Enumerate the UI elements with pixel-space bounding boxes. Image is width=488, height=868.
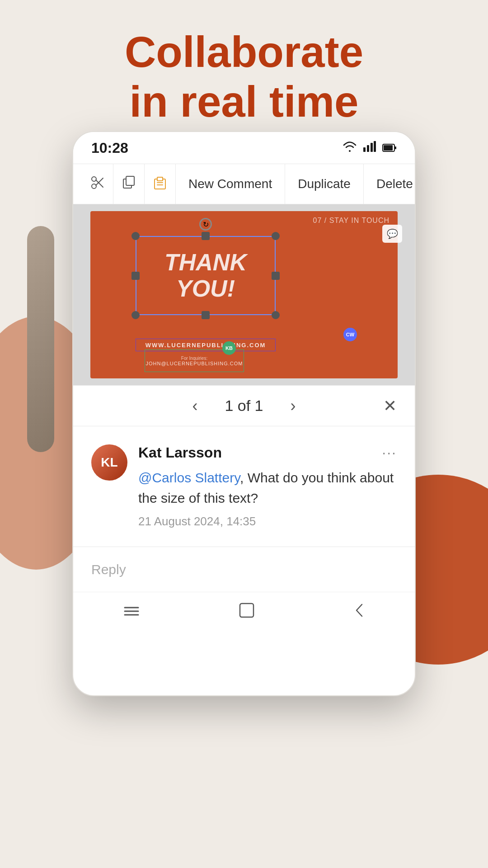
comment-date: 21 August 2024, 14:35 bbox=[138, 514, 397, 528]
handle-mid-right[interactable] bbox=[272, 272, 280, 280]
svg-rect-0 bbox=[363, 147, 366, 152]
canvas-area: 07 / STAY IN TOUCH THANKYOU! ↻ bbox=[73, 204, 415, 385]
comments-panel: KL Kat Larsson ··· @Carlos Slattery, Wha… bbox=[73, 426, 415, 547]
badge-kb: KB bbox=[222, 341, 236, 355]
svg-point-7 bbox=[92, 177, 96, 181]
inquiry-email: JOHN@LUCERNEPUBLISHING.COM bbox=[145, 361, 243, 366]
wifi-icon bbox=[343, 141, 357, 155]
handle-bottom-center[interactable] bbox=[202, 311, 210, 319]
comment-bubble[interactable]: 💬 bbox=[382, 225, 402, 243]
delete-button[interactable]: Delete bbox=[364, 164, 416, 204]
toolbar: New Comment Duplicate Delete bbox=[73, 164, 415, 204]
selected-element[interactable]: THANKYOU! ↻ bbox=[136, 236, 276, 315]
nav-menu-button[interactable] bbox=[115, 596, 148, 629]
comment-body: Kat Larsson ··· @Carlos Slattery, What d… bbox=[138, 444, 397, 528]
close-button[interactable]: ✕ bbox=[383, 396, 397, 415]
comment-item: KL Kat Larsson ··· @Carlos Slattery, Wha… bbox=[91, 444, 397, 528]
comment-menu-button[interactable]: ··· bbox=[382, 444, 397, 461]
reply-input[interactable]: Reply bbox=[91, 562, 397, 577]
phone-mockup: 10:28 bbox=[72, 131, 416, 696]
pagination-bar: ‹ 1 of 1 › ✕ bbox=[73, 385, 415, 426]
url-text: WWW.LUCERNEPUBLISHING.COM bbox=[145, 342, 266, 349]
status-time: 10:28 bbox=[91, 140, 128, 156]
copy-button[interactable] bbox=[113, 164, 145, 204]
svg-line-9 bbox=[96, 180, 103, 187]
svg-rect-2 bbox=[371, 143, 373, 152]
bg-lamp bbox=[27, 226, 54, 452]
status-icons bbox=[343, 141, 397, 155]
next-page-button[interactable]: › bbox=[286, 392, 300, 420]
badge-cw: CW bbox=[343, 328, 357, 341]
svg-rect-12 bbox=[126, 176, 134, 185]
thank-you-text: THANKYOU! bbox=[136, 236, 276, 315]
handle-mid-left[interactable] bbox=[131, 272, 140, 280]
comment-text: @Carlos Slattery, What do you think abou… bbox=[138, 467, 397, 508]
rotate-handle[interactable]: ↻ bbox=[199, 218, 212, 231]
svg-line-10 bbox=[96, 178, 103, 185]
battery-icon bbox=[382, 141, 397, 155]
commenter-avatar: KL bbox=[91, 444, 127, 481]
comment-mention[interactable]: @Carlos Slattery bbox=[138, 470, 240, 485]
svg-rect-14 bbox=[157, 177, 163, 181]
handle-top-right[interactable] bbox=[272, 232, 280, 240]
handle-bottom-left[interactable] bbox=[131, 311, 140, 319]
svg-rect-3 bbox=[374, 141, 376, 152]
paste-button[interactable] bbox=[145, 164, 176, 204]
copy-icon bbox=[122, 175, 136, 193]
svg-rect-6 bbox=[395, 146, 396, 149]
svg-point-8 bbox=[92, 184, 96, 189]
hero-line2: in real time bbox=[0, 77, 488, 127]
avatar-image: KL bbox=[91, 444, 127, 481]
nav-back-button[interactable] bbox=[346, 595, 373, 629]
reply-bar: Reply bbox=[73, 547, 415, 592]
page-info: 1 of 1 bbox=[225, 397, 263, 415]
scissors-icon bbox=[90, 175, 105, 193]
scissors-button[interactable] bbox=[82, 164, 113, 204]
paste-icon bbox=[153, 175, 167, 193]
svg-rect-1 bbox=[367, 145, 369, 152]
slide: 07 / STAY IN TOUCH THANKYOU! ↻ bbox=[90, 211, 398, 378]
handle-bottom-right[interactable] bbox=[272, 311, 280, 319]
status-bar: 10:28 bbox=[73, 132, 415, 164]
signal-icon bbox=[363, 141, 376, 155]
hero-title: Collaborate in real time bbox=[0, 27, 488, 127]
handle-top-left[interactable] bbox=[131, 232, 140, 240]
hero-line1: Collaborate bbox=[0, 27, 488, 77]
slide-label: 07 / STAY IN TOUCH bbox=[313, 217, 389, 225]
new-comment-button[interactable]: New Comment bbox=[176, 164, 285, 204]
duplicate-button[interactable]: Duplicate bbox=[285, 164, 364, 204]
handle-top-center[interactable] bbox=[202, 232, 210, 240]
bottom-nav bbox=[73, 592, 415, 632]
svg-rect-5 bbox=[384, 145, 393, 151]
comment-header: Kat Larsson ··· bbox=[138, 444, 397, 461]
prev-page-button[interactable]: ‹ bbox=[188, 392, 202, 420]
nav-home-button[interactable] bbox=[232, 595, 262, 629]
svg-rect-20 bbox=[240, 604, 253, 617]
commenter-name: Kat Larsson bbox=[138, 444, 222, 461]
inquiry-label: For Inquiries: bbox=[181, 356, 207, 361]
